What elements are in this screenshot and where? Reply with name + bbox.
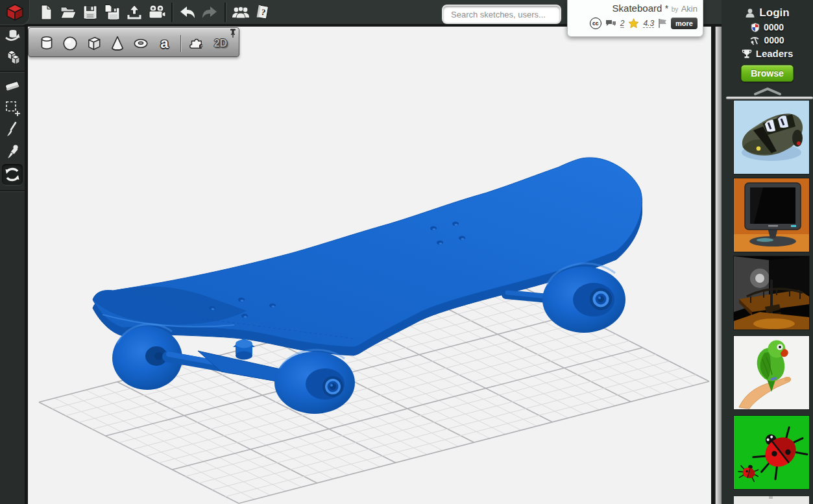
- camera-button[interactable]: [145, 3, 167, 22]
- trophy-icon: [742, 49, 752, 59]
- sidebar-divider: [0, 71, 25, 72]
- thumbnail-car-model[interactable]: [734, 101, 809, 174]
- users-button[interactable]: [230, 3, 252, 22]
- partial-model-image: [734, 496, 809, 504]
- star-icon: [628, 18, 639, 29]
- 2d-tool[interactable]: 2D: [212, 33, 230, 54]
- upload-icon: [126, 4, 143, 21]
- cone-icon: [109, 35, 126, 52]
- save-as-button[interactable]: [101, 3, 123, 22]
- viewport: a c 2D: [25, 24, 715, 504]
- users-icon: [231, 5, 250, 20]
- thumbnail-parrot-model[interactable]: [734, 336, 809, 409]
- community-sidebar: Login 0000 0000: [722, 0, 813, 504]
- more-button[interactable]: more: [671, 18, 698, 29]
- sketch-meta-line: cc 2 4.3 more: [573, 18, 698, 29]
- pin-toolbar-button[interactable]: [229, 29, 237, 41]
- pin-icon: [229, 29, 237, 38]
- blocks-tool[interactable]: [0, 46, 25, 68]
- freeform-shapes-tool[interactable]: [0, 24, 25, 46]
- red-cube-logo: [5, 3, 25, 22]
- rating-value[interactable]: 4.3: [643, 19, 654, 28]
- open-button[interactable]: [57, 3, 79, 22]
- pick-points-value: 0000: [764, 35, 784, 45]
- text-tool[interactable]: a: [155, 33, 173, 54]
- new-sketch-button[interactable]: [35, 3, 57, 22]
- browse-button[interactable]: Browse: [741, 65, 794, 82]
- thumbnail-staircase-model[interactable]: [734, 256, 809, 330]
- save-button[interactable]: [79, 3, 101, 22]
- blocks-icon: [4, 49, 21, 66]
- undo-icon: [178, 5, 197, 20]
- eraser-icon: [4, 78, 21, 93]
- cone-tool[interactable]: [108, 33, 127, 54]
- pick-points[interactable]: 0000: [750, 35, 784, 45]
- shield-points[interactable]: 0000: [751, 22, 784, 32]
- orbit-refresh-icon: [4, 166, 21, 183]
- open-folder-icon: [59, 4, 77, 21]
- color-picker-icon: [5, 143, 20, 160]
- shield-badge-icon: [751, 23, 760, 32]
- comments-count[interactable]: 2: [620, 19, 625, 28]
- toolbar-divider: [171, 3, 173, 22]
- tool-sidebar: [0, 24, 25, 504]
- search-box: [443, 6, 560, 23]
- thumbnail-partial-model[interactable]: [734, 496, 809, 504]
- camera-icon: [147, 4, 166, 21]
- unsaved-marker: *: [665, 3, 668, 14]
- shape-toolbar: a c 2D: [28, 27, 239, 57]
- rear-truck: [506, 293, 548, 298]
- torus-tool[interactable]: [132, 33, 150, 54]
- login-link[interactable]: Login: [745, 6, 789, 19]
- sidebar-divider: [0, 190, 25, 191]
- leaders-link[interactable]: Leaders: [742, 48, 794, 59]
- color-picker-tool[interactable]: [0, 141, 25, 163]
- ladybug-model-image: [734, 416, 809, 489]
- eraser-tool[interactable]: [0, 75, 25, 97]
- sketch-title-line: Skateboard * by Akin: [573, 3, 698, 14]
- front-near-wheel: [274, 350, 355, 414]
- rect-select-tool[interactable]: [0, 97, 25, 119]
- leaders-label: Leaders: [756, 48, 794, 59]
- 2d-tool-label: 2D: [214, 38, 227, 49]
- torus-icon: [132, 35, 149, 52]
- undo-button[interactable]: [176, 3, 199, 22]
- car-model-image: [734, 101, 809, 174]
- redo-icon: [200, 5, 219, 20]
- account-panel: Login 0000 0000: [722, 0, 813, 99]
- login-label: Login: [759, 6, 789, 19]
- front-truck: [167, 338, 286, 382]
- flag-icon[interactable]: [658, 18, 667, 29]
- redo-button[interactable]: [199, 3, 221, 22]
- by-label: by: [672, 6, 679, 13]
- rear-wheel: [542, 263, 625, 333]
- tv-model-image: [734, 178, 809, 252]
- cube-icon: [86, 35, 103, 52]
- creative-commons-icon[interactable]: cc: [590, 18, 601, 29]
- orbit-refresh-tool[interactable]: [2, 164, 23, 185]
- puzzle-icon: c: [188, 34, 206, 53]
- help-button[interactable]: ?: [252, 3, 274, 22]
- app-logo[interactable]: [0, 0, 30, 25]
- cylinder-tool[interactable]: [38, 33, 56, 54]
- 3d-scene-skateboard[interactable]: [28, 27, 711, 504]
- sphere-icon: [62, 35, 79, 52]
- upload-button[interactable]: [123, 3, 145, 22]
- toolbar-divider: [224, 3, 226, 22]
- cube-tool[interactable]: [85, 33, 103, 54]
- puzzle-tool[interactable]: c: [188, 33, 206, 54]
- paintbrush-tool[interactable]: [0, 119, 25, 141]
- thumbnail-tv-model[interactable]: [734, 178, 809, 252]
- comments-icon[interactable]: [605, 19, 616, 28]
- chevron-up-icon: [753, 87, 782, 96]
- save-icon: [82, 4, 99, 21]
- freeform-shapes-icon: [5, 27, 20, 43]
- rect-select-icon: [4, 99, 21, 116]
- sketch-author[interactable]: Akin: [681, 4, 698, 14]
- sketch-title: Skateboard: [613, 3, 662, 14]
- shapebar-divider: [180, 35, 182, 52]
- puzzle-label: c: [199, 42, 202, 49]
- search-input[interactable]: [450, 9, 566, 20]
- sphere-tool[interactable]: [61, 33, 79, 54]
- thumbnail-ladybug-model[interactable]: [734, 416, 809, 489]
